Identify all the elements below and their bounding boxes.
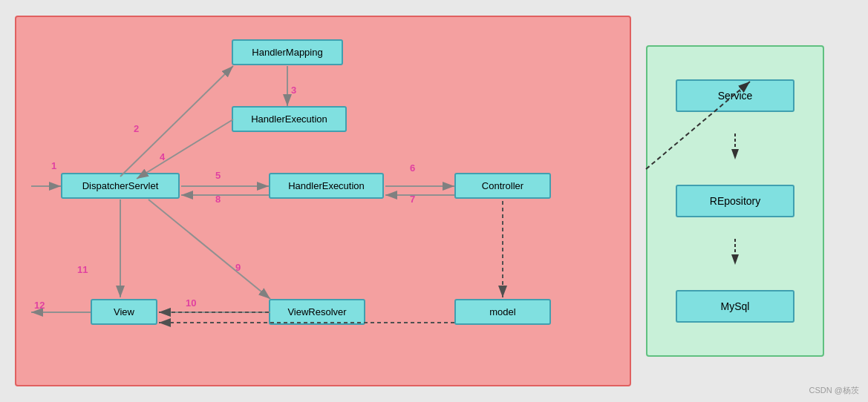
main-container: DispatcherServlet HandlerMapping Handler… (0, 0, 868, 402)
svg-text:8: 8 (215, 194, 221, 205)
svg-text:2: 2 (134, 123, 139, 134)
diagram-arrows: 1 2 3 4 5 6 7 8 9 10 11 12 (16, 17, 630, 385)
svg-line-6 (137, 119, 233, 179)
node-handler-mapping: HandlerMapping (232, 39, 343, 65)
node-view-resolver: ViewResolver (269, 299, 365, 325)
svg-text:6: 6 (410, 162, 415, 174)
svg-text:10: 10 (186, 297, 196, 309)
node-dispatcher: DispatcherServlet (61, 173, 180, 199)
node-view: View (91, 299, 157, 325)
green-diagram-area: Service REpository MySql (646, 45, 824, 357)
svg-line-11 (149, 200, 270, 299)
node-handler-exec1: HandlerExecution (232, 106, 347, 132)
svg-text:5: 5 (215, 170, 221, 181)
svg-text:9: 9 (235, 262, 241, 273)
svg-text:4: 4 (160, 151, 166, 162)
svg-text:1: 1 (51, 160, 56, 171)
node-repository: REpository (676, 185, 794, 217)
svg-text:11: 11 (77, 264, 88, 275)
svg-line-4 (120, 66, 233, 177)
node-controller: Controller (454, 173, 551, 199)
node-handler-exec2: HandlerExecution (269, 173, 384, 199)
arrow-repo-mysql (728, 239, 743, 268)
svg-text:3: 3 (291, 85, 296, 96)
node-model: model (454, 299, 551, 325)
arrow-service-repo (728, 134, 743, 163)
svg-text:12: 12 (34, 300, 45, 311)
watermark: CSDN @杨茨 (809, 385, 859, 396)
node-service: Service (676, 79, 794, 112)
pink-diagram-area: DispatcherServlet HandlerMapping Handler… (15, 16, 631, 386)
node-mysql: MySql (676, 290, 794, 323)
svg-text:7: 7 (410, 194, 415, 205)
